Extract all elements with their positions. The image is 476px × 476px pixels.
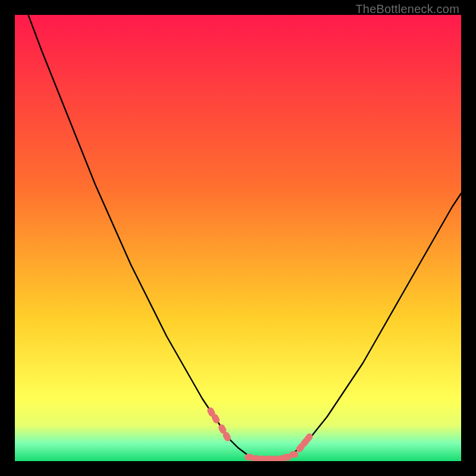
curve-marker: [289, 451, 298, 458]
watermark-text: TheBottleneck.com: [355, 2, 459, 16]
marker-group: [206, 406, 314, 461]
chart-frame: TheBottleneck.com: [0, 0, 476, 476]
curve-layer: [15, 15, 461, 461]
bottleneck-curve: [29, 15, 462, 459]
plot-area: [15, 15, 461, 461]
